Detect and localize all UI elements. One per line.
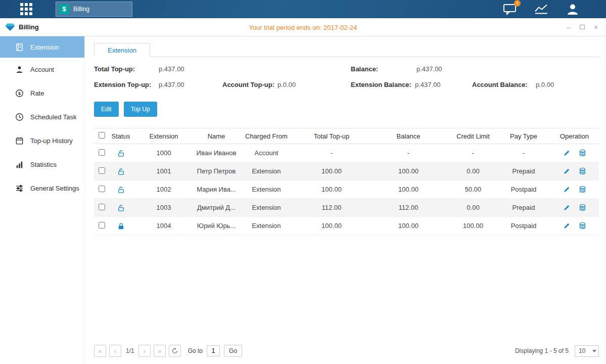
first-page-button[interactable]: « xyxy=(94,345,106,357)
cell-credit-limit: 0.00 xyxy=(449,162,497,180)
top-up-row-icon[interactable] xyxy=(579,167,586,175)
row-checkbox[interactable] xyxy=(99,222,105,229)
pagination-bar: « ‹ 1/1 › » Go to Go Displaying 1 - 5 of… xyxy=(94,340,599,364)
goto-page-input[interactable] xyxy=(207,345,220,356)
sidebar-item-label: Rate xyxy=(30,89,44,97)
cell-status xyxy=(109,217,132,235)
account-topup-label: Account Top-up: xyxy=(222,81,274,88)
table-row[interactable]: 1000 Иван Иванов Account - - - - xyxy=(94,144,599,162)
edit-row-icon[interactable] xyxy=(563,186,571,193)
account-menu-button[interactable] xyxy=(566,3,580,15)
rate-icon: $ xyxy=(15,89,24,98)
table-row[interactable]: 1004 Юрий Юрь... Extension 100.00 100.00… xyxy=(94,217,599,235)
column-header: Status xyxy=(109,128,132,144)
top-up-row-icon[interactable] xyxy=(579,186,586,193)
row-checkbox[interactable] xyxy=(99,149,105,156)
sidebar-item-topup-history[interactable]: Top-up History xyxy=(0,129,84,153)
top-up-button[interactable]: Top Up xyxy=(124,102,157,117)
page-size-select[interactable]: 10 xyxy=(575,345,599,357)
tab-extension[interactable]: Extension xyxy=(94,43,150,57)
action-buttons: Edit Top Up xyxy=(94,102,599,117)
sidebar-item-label: Scheduled Task xyxy=(30,113,77,121)
row-select-cell xyxy=(94,217,109,235)
sliders-icon xyxy=(15,184,24,193)
row-checkbox[interactable] xyxy=(99,186,105,192)
sidebar-item-account[interactable]: Account xyxy=(0,58,84,81)
top-up-row-icon[interactable] xyxy=(579,204,586,211)
last-page-button[interactable]: » xyxy=(154,345,166,357)
cell-pay-type: Postpaid xyxy=(497,180,550,199)
cell-pay-type: Prepaid xyxy=(497,162,550,180)
row-checkbox[interactable] xyxy=(99,167,105,174)
select-all-checkbox[interactable] xyxy=(99,132,105,139)
lock-closed-icon[interactable] xyxy=(117,222,125,230)
top-up-row-icon[interactable] xyxy=(579,222,586,230)
cell-charged-from: Extension xyxy=(238,162,295,180)
extension-table: StatusExtensionNameCharged FromTotal Top… xyxy=(94,128,599,235)
balance-summary: Total Top-up: p.437.00 Balance: p.437.00… xyxy=(94,62,599,95)
sidebar-item-scheduled-task[interactable]: Scheduled Task xyxy=(0,105,84,129)
close-button[interactable]: × xyxy=(594,23,598,31)
maximize-button[interactable] xyxy=(580,25,585,29)
total-topup-value: p.437.00 xyxy=(159,65,184,73)
notifications-button[interactable]: ! xyxy=(503,3,517,15)
lock-open-icon[interactable] xyxy=(117,186,125,194)
table-row[interactable]: 1002 Мария Ива... Extension 100.00 100.0… xyxy=(94,180,599,199)
sidebar-item-statistics[interactable]: Statistics xyxy=(0,153,84,176)
pagination-right: Displaying 1 - 5 of 5 10 xyxy=(515,345,599,357)
app-tab-label: Billing xyxy=(73,6,89,13)
app-launcher-icon[interactable] xyxy=(19,3,33,16)
user-icon xyxy=(566,3,579,15)
cell-operation xyxy=(550,217,599,235)
next-page-button[interactable]: › xyxy=(138,345,151,357)
window-title: Billing xyxy=(19,23,39,31)
billing-app-tab[interactable]: $ Billing xyxy=(56,2,132,17)
lock-open-icon[interactable] xyxy=(117,150,125,157)
topbar-actions: ! xyxy=(503,3,580,15)
cell-status xyxy=(109,162,132,180)
cell-operation xyxy=(550,162,599,180)
account-balance-value: p.0.00 xyxy=(536,81,554,88)
cell-credit-limit: - xyxy=(449,144,497,162)
cell-balance: 100.00 xyxy=(368,180,449,199)
balance-value: p.437.00 xyxy=(416,65,442,73)
refresh-button[interactable] xyxy=(169,345,181,357)
minimize-button[interactable]: – xyxy=(567,23,571,31)
sidebar-item-label: General Settings xyxy=(30,185,79,192)
table-row[interactable]: 1001 Петр Петров Extension 100.00 100.00… xyxy=(94,162,599,180)
prev-page-button[interactable]: ‹ xyxy=(109,345,121,357)
edit-button[interactable]: Edit xyxy=(94,102,119,117)
column-header: Total Top-up xyxy=(295,128,368,144)
edit-row-icon[interactable] xyxy=(563,222,571,230)
trial-notice: Your trial period ends on: 2017-02-24 xyxy=(249,23,357,31)
cell-name: Мария Ива... xyxy=(195,180,238,199)
sidebar-item-extension[interactable]: Extension xyxy=(0,36,84,58)
cell-operation xyxy=(550,180,599,199)
sidebar-item-general-settings[interactable]: General Settings xyxy=(0,176,84,200)
edit-row-icon[interactable] xyxy=(563,204,571,211)
extension-balance-value: p.437.00 xyxy=(415,81,441,88)
lock-open-icon[interactable] xyxy=(117,168,125,175)
cell-credit-limit: 0.00 xyxy=(449,199,497,217)
table-row[interactable]: 1003 Дмитрий Д... Extension 112.00 112.0… xyxy=(94,199,599,217)
displaying-text: Displaying 1 - 5 of 5 xyxy=(515,347,569,354)
reports-button[interactable] xyxy=(534,3,548,15)
cell-operation xyxy=(550,199,599,217)
cell-extension: 1002 xyxy=(132,180,195,199)
sidebar-item-rate[interactable]: $ Rate xyxy=(0,81,84,105)
row-checkbox[interactable] xyxy=(99,204,105,210)
edit-row-icon[interactable] xyxy=(563,149,571,157)
lock-open-icon[interactable] xyxy=(117,204,125,212)
refresh-icon xyxy=(171,347,178,354)
extension-balance-label: Extension Balance: xyxy=(351,81,411,88)
row-select-cell xyxy=(94,199,109,217)
total-topup-label: Total Top-up: xyxy=(94,65,135,73)
chevron-down-icon xyxy=(590,346,598,356)
cell-pay-type: Postpaid xyxy=(497,217,550,235)
column-header: Pay Type xyxy=(497,128,550,144)
cell-extension: 1000 xyxy=(132,144,195,162)
go-button[interactable]: Go xyxy=(224,345,242,357)
top-up-row-icon[interactable] xyxy=(579,149,586,157)
edit-row-icon[interactable] xyxy=(563,167,571,175)
column-header: Charged From xyxy=(238,128,295,144)
